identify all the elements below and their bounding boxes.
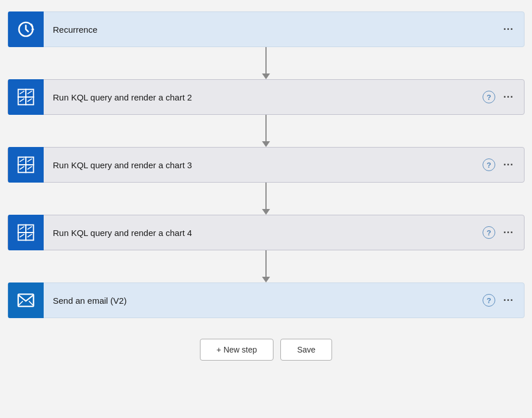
arrow-line-4 [265,250,267,277]
svg-line-9 [28,99,32,102]
svg-line-8 [20,99,24,102]
svg-line-6 [20,91,24,94]
svg-rect-21 [26,233,33,240]
kql4-help-button[interactable]: ? [483,226,495,239]
svg-rect-18 [18,225,26,233]
arrow-head-1 [262,73,270,79]
svg-line-25 [28,234,32,237]
step-email[interactable]: Send an email (V2) ? ··· [7,282,525,318]
svg-rect-5 [26,97,33,104]
svg-line-23 [28,226,32,229]
svg-line-7 [28,91,32,94]
new-step-button[interactable]: + New step [200,339,273,361]
svg-line-16 [20,167,24,169]
flow-container: Recurrence ··· Run KQL query and render … [7,11,525,361]
save-button[interactable]: Save [280,339,332,361]
arrow-1 [262,47,270,79]
kql3-help-button[interactable]: ? [483,158,495,171]
arrow-3 [262,183,270,215]
kql4-icon [8,215,44,250]
kql3-icon [8,147,44,183]
step-kql4[interactable]: Run KQL query and render a chart 4 ? ··· [7,215,525,250]
recurrence-label: Recurrence [44,25,501,34]
email-actions: ? ··· [483,294,524,307]
kql3-actions: ? ··· [483,158,524,171]
email-help-button[interactable]: ? [483,294,495,307]
svg-rect-11 [26,157,33,165]
svg-rect-3 [26,90,33,97]
svg-rect-10 [18,157,26,165]
svg-rect-13 [26,165,33,172]
recurrence-more-button[interactable]: ··· [501,23,516,36]
svg-line-17 [28,167,32,169]
svg-rect-12 [18,165,26,172]
arrow-head-4 [262,277,270,282]
kql3-more-button[interactable]: ··· [501,158,516,171]
svg-marker-1 [31,27,34,30]
svg-rect-19 [26,225,33,233]
arrow-head-3 [262,209,270,215]
kql2-label: Run KQL query and render a chart 2 [44,92,483,102]
bottom-actions: + New step Save [200,339,332,361]
svg-rect-4 [18,97,26,104]
kql2-help-button[interactable]: ? [483,91,495,103]
arrow-2 [262,115,270,147]
kql4-actions: ? ··· [483,226,524,239]
kql2-icon [8,79,44,115]
kql4-label: Run KQL query and render a chart 4 [44,228,483,238]
step-kql2[interactable]: Run KQL query and render a chart 2 ? ··· [7,79,525,115]
kql2-actions: ? ··· [483,91,524,103]
svg-line-15 [28,158,32,161]
svg-rect-20 [18,233,26,240]
kql2-more-button[interactable]: ··· [501,91,516,103]
kql4-more-button[interactable]: ··· [501,226,516,239]
arrow-line-1 [265,47,267,73]
svg-line-24 [20,234,24,237]
arrow-4 [262,250,270,282]
step-kql3[interactable]: Run KQL query and render a chart 3 ? ··· [7,147,525,183]
recurrence-actions: ··· [501,23,524,36]
email-more-button[interactable]: ··· [501,294,516,307]
kql3-label: Run KQL query and render a chart 3 [44,160,483,170]
arrow-line-3 [265,183,267,209]
arrow-head-2 [262,141,270,147]
step-recurrence[interactable]: Recurrence ··· [7,11,525,47]
svg-rect-2 [18,90,26,97]
arrow-line-2 [265,115,267,141]
email-label: Send an email (V2) [44,296,483,305]
svg-line-22 [20,226,24,229]
email-icon [8,282,44,318]
svg-line-14 [20,158,24,161]
recurrence-icon [8,11,44,47]
